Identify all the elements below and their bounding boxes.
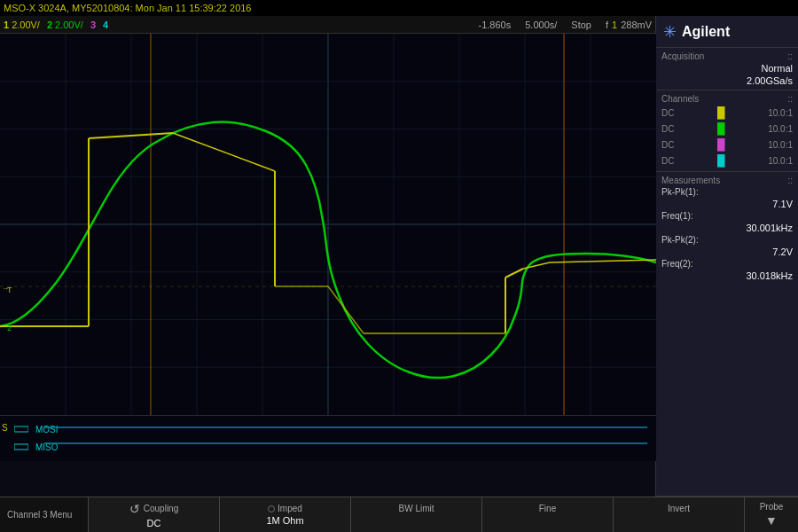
- serial-label: MY52010804:: [72, 3, 133, 13]
- ch3-indicator: █: [717, 138, 725, 151]
- agilent-star-icon: ✳: [663, 22, 677, 42]
- ch3-dc: DC: [661, 140, 674, 150]
- acquisition-section: Acquisition :: Normal 2.00GSa/s: [656, 48, 798, 90]
- probe-arrow: ▼: [765, 513, 778, 528]
- ch1-scale: 2.00V/: [12, 20, 40, 30]
- trigger-icon: f: [606, 20, 608, 30]
- imped-radio: [268, 505, 275, 512]
- meas4-row: Freq(2):: [661, 258, 793, 270]
- ch4-header: 4: [103, 20, 472, 30]
- svg-text:→: →: [2, 285, 9, 293]
- scope-area: 1 2.00V/ 2 2.00V/ 3 4 -1.860s 5.000s/ St…: [0, 16, 656, 497]
- coupling-button[interactable]: ↺ Coupling DC: [89, 497, 220, 532]
- ch3-number: 3: [90, 20, 96, 30]
- trigger-level: 288: [621, 20, 637, 30]
- fine-label: Fine: [539, 504, 556, 513]
- ch4-indicator: █: [717, 154, 725, 167]
- meas3-value: 7.2V: [772, 246, 793, 257]
- acquisition-mode: Normal: [661, 62, 793, 74]
- trigger-ch: 1: [612, 20, 617, 30]
- agilent-brand: Agilent: [682, 24, 730, 40]
- coupling-value: DC: [147, 518, 161, 528]
- ch1-ratio: 10.0:1: [768, 108, 793, 118]
- meas3-label: Pk-Pk(2):: [661, 235, 699, 245]
- channel-menu-label: Channel 3 Menu: [0, 497, 89, 532]
- meas4-value-row: 30.018kHz: [661, 270, 793, 282]
- bw-limit-label: BW Limit: [399, 504, 434, 513]
- right-panel: ✳ Agilent Acquisition :: Normal 2.00GSa/…: [656, 16, 798, 497]
- svg-text:2: 2: [7, 324, 12, 332]
- ch4-row: DC █ 10.0:1: [661, 153, 793, 168]
- svg-rect-39: [14, 444, 28, 450]
- ch2-indicator: █: [717, 122, 725, 135]
- probe-label: Probe: [760, 502, 784, 512]
- ch4-dc: DC: [661, 156, 674, 166]
- agilent-logo: ✳ Agilent: [656, 16, 798, 48]
- coupling-label: Coupling: [144, 504, 178, 513]
- ch3-row: DC █ 10.0:1: [661, 137, 793, 153]
- meas1-label: Pk-Pk(1):: [661, 187, 699, 197]
- ch1-header: 1 2.00V/: [4, 20, 40, 30]
- impedance-button[interactable]: Imped 1M Ohm: [220, 497, 351, 532]
- ch2-dc: DC: [661, 124, 674, 134]
- miso-signal: [44, 435, 647, 448]
- grid-container: T 2 →: [0, 34, 656, 415]
- bw-limit-button[interactable]: BW Limit: [351, 497, 482, 532]
- channels-title: Channels ::: [661, 93, 793, 105]
- ch3-ratio: 10.0:1: [768, 140, 793, 150]
- channel-header: 1 2.00V/ 2 2.00V/ 3 4 -1.860s 5.000s/ St…: [0, 16, 655, 34]
- ch2-header: 2 2.00V/: [47, 20, 83, 30]
- channels-section: Channels :: DC █ 10.0:1 DC █ 10.0:1 DC █…: [656, 90, 798, 172]
- ch2-number: 2: [47, 20, 52, 30]
- meas2-value: 30.001kHz: [746, 223, 793, 233]
- ch1-row: DC █ 10.0:1: [661, 105, 793, 121]
- fine-button[interactable]: Fine: [482, 497, 614, 532]
- datetime-label: Mon Jan 11 15:39:22 2016: [136, 3, 252, 13]
- svg-rect-37: [14, 426, 28, 432]
- ch4-number: 4: [103, 20, 108, 30]
- ch1-number: 1: [4, 20, 9, 30]
- invert-label: Invert: [668, 504, 690, 513]
- fine-value: [546, 515, 549, 526]
- imped-label: Imped: [278, 504, 302, 513]
- run-status: Stop: [571, 20, 591, 30]
- meas2-value-row: 30.001kHz: [661, 222, 793, 234]
- mosi-signal: [44, 419, 647, 432]
- bottom-menu-bar: Channel 3 Menu ↺ Coupling DC Imped 1M Oh…: [0, 497, 798, 532]
- meas4-label: Freq(2):: [661, 259, 693, 269]
- s-channel-label: S: [2, 423, 8, 433]
- measurements-section: Measurements :: Pk-Pk(1): 7.1V Freq(1): …: [656, 172, 798, 497]
- ch2-row: DC █ 10.0:1: [661, 121, 793, 137]
- channel-menu-title: Channel 3 Menu: [7, 510, 81, 520]
- time-offset: -1.860s: [479, 20, 512, 30]
- meas1-row: Pk-Pk(1):: [661, 186, 793, 198]
- measurements-title: Measurements ::: [661, 175, 793, 186]
- main-layout: 1 2.00V/ 2 2.00V/ 3 4 -1.860s 5.000s/ St…: [0, 16, 798, 497]
- mosi-icon: [14, 423, 28, 435]
- invert-button[interactable]: Invert: [614, 497, 745, 532]
- digital-area: S MOSI MISO: [0, 415, 656, 461]
- meas1-value: 7.1V: [772, 199, 793, 209]
- miso-channel: MISO: [4, 439, 653, 455]
- meas3-value-row: 7.2V: [661, 246, 793, 258]
- probe-button[interactable]: Probe ▼: [745, 497, 798, 532]
- acquisition-title: Acquisition ::: [661, 51, 793, 62]
- bw-limit-value: [415, 515, 418, 526]
- ch2-ratio: 10.0:1: [768, 124, 793, 134]
- ch2-scale: 2.00V/: [55, 20, 83, 30]
- invert-value: [677, 515, 680, 526]
- imped-value: 1M Ohm: [266, 515, 303, 526]
- coupling-icon: ↺: [129, 502, 140, 516]
- meas1-value-row: 7.1V: [661, 198, 793, 210]
- acquisition-rate: 2.00GSa/s: [661, 74, 793, 87]
- miso-icon: [14, 441, 28, 453]
- top-status-bar: MSO-X 3024A, MY52010804: Mon Jan 11 15:3…: [0, 0, 798, 16]
- model-label: MSO-X 3024A,: [4, 3, 69, 13]
- meas2-row: Freq(1):: [661, 210, 793, 222]
- ch1-dc: DC: [661, 108, 674, 118]
- meas4-value: 30.018kHz: [746, 270, 793, 281]
- ch4-ratio: 10.0:1: [768, 156, 793, 166]
- oscilloscope-grid: T 2 →: [0, 34, 656, 415]
- time-scale: 5.000s/: [525, 20, 557, 30]
- meas3-row: Pk-Pk(2):: [661, 234, 793, 246]
